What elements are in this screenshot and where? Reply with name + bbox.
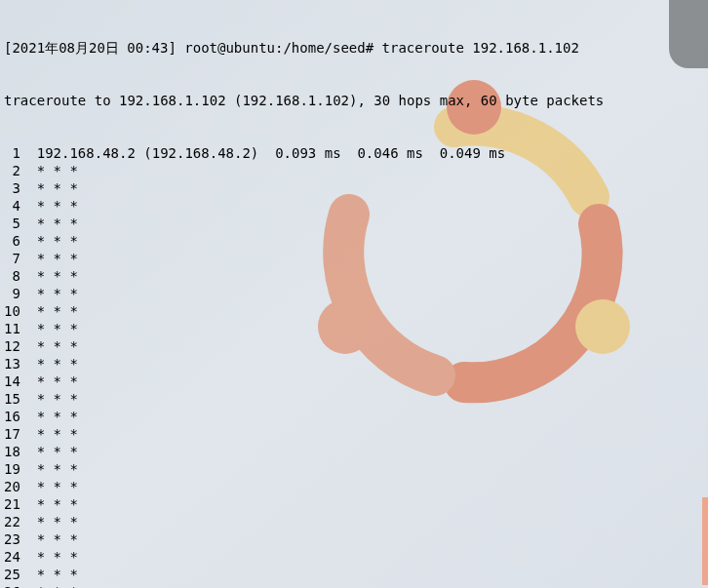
hop-row: 13 * * * (4, 355, 704, 372)
typed-command: traceroute 192.168.1.102 (382, 40, 579, 56)
hop-row: 19 * * * (4, 460, 704, 478)
hop-row: 20 * * * (4, 478, 704, 495)
hop-row: 24 * * * (4, 548, 704, 566)
hop-row: 9 * * * (4, 285, 704, 302)
shell-prompt: [2021年08月20日 00:43] root@ubuntu:/home/se… (4, 40, 382, 56)
hop-row: 1 192.168.48.2 (192.168.48.2) 0.093 ms 0… (4, 144, 704, 162)
hop-row: 12 * * * (4, 337, 704, 355)
hop-row: 11 * * * (4, 320, 704, 337)
hop-row: 25 * * * (4, 566, 704, 583)
hop-row: 8 * * * (4, 267, 704, 285)
hop-row: 6 * * * (4, 232, 704, 250)
hop-row: 21 * * * (4, 495, 704, 513)
hop-row: 22 * * * (4, 513, 704, 530)
hop-row: 2 * * * (4, 162, 704, 179)
hop-row: 3 * * * (4, 179, 704, 197)
prompt-line-start: [2021年08月20日 00:43] root@ubuntu:/home/se… (4, 39, 704, 57)
hop-row: 16 * * * (4, 408, 704, 425)
hop-row: 18 * * * (4, 443, 704, 460)
hop-row: 15 * * * (4, 390, 704, 408)
hop-list: 1 192.168.48.2 (192.168.48.2) 0.093 ms 0… (4, 144, 704, 588)
terminal-output[interactable]: [2021年08月20日 00:43] root@ubuntu:/home/se… (0, 0, 708, 588)
hop-row: 26 * * * (4, 583, 704, 588)
hop-row: 4 * * * (4, 197, 704, 215)
hop-row: 5 * * * (4, 215, 704, 232)
hop-row: 17 * * * (4, 425, 704, 443)
hop-row: 7 * * * (4, 250, 704, 267)
hop-row: 23 * * * (4, 530, 704, 548)
hop-row: 10 * * * (4, 302, 704, 320)
hop-row: 14 * * * (4, 372, 704, 390)
traceroute-header: traceroute to 192.168.1.102 (192.168.1.1… (4, 92, 704, 109)
